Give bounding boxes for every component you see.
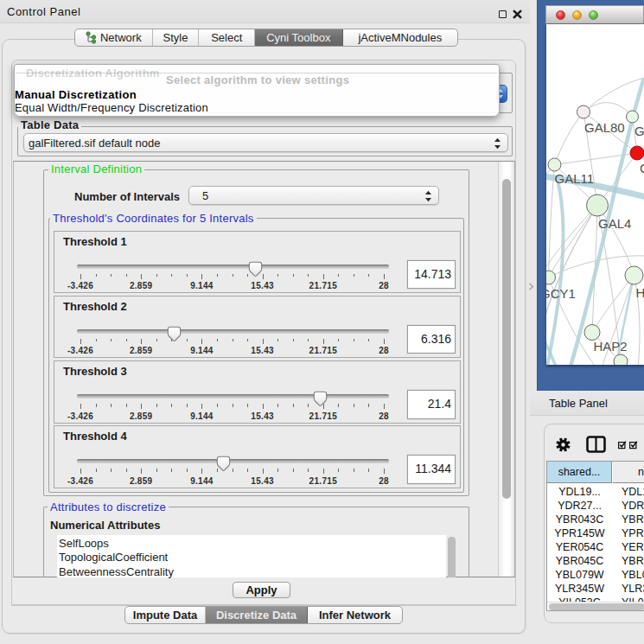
svg-text:C: C xyxy=(640,161,644,175)
svg-text:GCY1: GCY1 xyxy=(546,286,576,301)
svg-text:GA: GA xyxy=(634,124,644,138)
svg-text:GAL4: GAL4 xyxy=(598,216,631,231)
svg-text:HAP2: HAP2 xyxy=(594,339,628,354)
svg-text:GAL80: GAL80 xyxy=(584,120,625,135)
svg-text:H: H xyxy=(636,285,644,300)
svg-text:GAL11: GAL11 xyxy=(555,171,595,186)
